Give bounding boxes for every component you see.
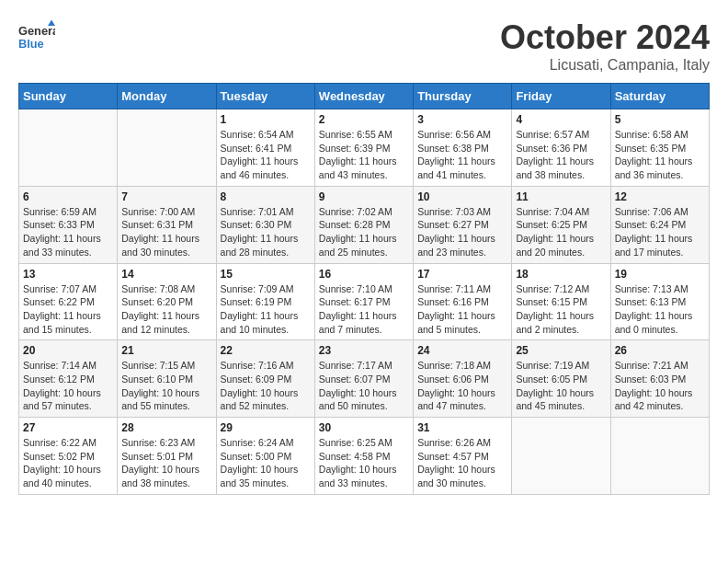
- calendar-body: 1Sunrise: 6:54 AMSunset: 6:41 PMDaylight…: [19, 109, 710, 495]
- day-number: 6: [23, 190, 113, 203]
- calendar-cell: 16Sunrise: 7:10 AMSunset: 6:17 PMDayligh…: [314, 263, 413, 340]
- day-info: Sunrise: 6:24 AMSunset: 5:00 PMDaylight:…: [221, 436, 311, 490]
- calendar-cell: 27Sunrise: 6:22 AMSunset: 5:02 PMDayligh…: [19, 418, 118, 495]
- day-info: Sunrise: 7:16 AMSunset: 6:09 PMDaylight:…: [221, 359, 311, 413]
- calendar-week-row: 27Sunrise: 6:22 AMSunset: 5:02 PMDayligh…: [19, 418, 710, 495]
- calendar-cell: 6Sunrise: 6:59 AMSunset: 6:33 PMDaylight…: [19, 186, 118, 263]
- day-number: 14: [121, 268, 211, 281]
- day-number: 16: [319, 268, 409, 281]
- logo-icon: General Blue: [18, 18, 55, 55]
- location: Licusati, Campania, Italy: [500, 57, 710, 74]
- svg-marker-2: [48, 20, 55, 26]
- day-info: Sunrise: 6:25 AMSunset: 4:58 PMDaylight:…: [319, 436, 409, 490]
- calendar-cell: 24Sunrise: 7:18 AMSunset: 6:06 PMDayligh…: [414, 340, 512, 418]
- calendar-cell: 7Sunrise: 7:00 AMSunset: 6:31 PMDaylight…: [118, 186, 216, 263]
- calendar-cell: [19, 109, 118, 187]
- day-number: 23: [319, 344, 409, 357]
- weekday-header: Wednesday: [314, 84, 413, 109]
- day-number: 9: [319, 190, 409, 203]
- day-number: 19: [615, 268, 705, 281]
- calendar-cell: 3Sunrise: 6:56 AMSunset: 6:38 PMDaylight…: [414, 109, 512, 187]
- day-info: Sunrise: 6:54 AMSunset: 6:41 PMDaylight:…: [221, 128, 311, 182]
- day-info: Sunrise: 7:08 AMSunset: 6:20 PMDaylight:…: [121, 282, 211, 337]
- day-info: Sunrise: 7:07 AMSunset: 6:22 PMDaylight:…: [23, 282, 113, 337]
- calendar-cell: 28Sunrise: 6:23 AMSunset: 5:01 PMDayligh…: [118, 418, 216, 495]
- day-info: Sunrise: 7:04 AMSunset: 6:25 PMDaylight:…: [516, 205, 606, 259]
- day-number: 10: [417, 190, 507, 203]
- month-title: October 2024: [500, 18, 710, 57]
- weekday-header: Sunday: [19, 84, 118, 109]
- day-number: 1: [221, 113, 311, 126]
- day-info: Sunrise: 6:26 AMSunset: 4:57 PMDaylight:…: [417, 436, 507, 490]
- calendar-cell: 29Sunrise: 6:24 AMSunset: 5:00 PMDayligh…: [216, 418, 314, 495]
- title-block: October 2024 Licusati, Campania, Italy: [500, 18, 710, 74]
- day-info: Sunrise: 7:10 AMSunset: 6:17 PMDaylight:…: [319, 282, 409, 337]
- calendar-week-row: 13Sunrise: 7:07 AMSunset: 6:22 PMDayligh…: [19, 263, 710, 340]
- calendar-cell: 19Sunrise: 7:13 AMSunset: 6:13 PMDayligh…: [610, 263, 709, 340]
- calendar-cell: 2Sunrise: 6:55 AMSunset: 6:39 PMDaylight…: [314, 109, 413, 187]
- day-info: Sunrise: 6:55 AMSunset: 6:39 PMDaylight:…: [319, 128, 409, 182]
- day-number: 27: [23, 421, 113, 434]
- day-number: 15: [221, 268, 311, 281]
- day-info: Sunrise: 6:57 AMSunset: 6:36 PMDaylight:…: [516, 128, 606, 182]
- calendar-cell: 14Sunrise: 7:08 AMSunset: 6:20 PMDayligh…: [118, 263, 216, 340]
- day-info: Sunrise: 7:03 AMSunset: 6:27 PMDaylight:…: [417, 205, 507, 259]
- calendar-table: SundayMondayTuesdayWednesdayThursdayFrid…: [18, 83, 710, 495]
- day-number: 5: [615, 113, 705, 126]
- day-number: 18: [516, 268, 606, 281]
- day-info: Sunrise: 6:22 AMSunset: 5:02 PMDaylight:…: [23, 436, 113, 490]
- day-number: 7: [121, 190, 211, 203]
- calendar-cell: 12Sunrise: 7:06 AMSunset: 6:24 PMDayligh…: [610, 186, 709, 263]
- day-number: 13: [23, 268, 113, 281]
- day-number: 29: [221, 421, 311, 434]
- calendar-cell: 18Sunrise: 7:12 AMSunset: 6:15 PMDayligh…: [512, 263, 610, 340]
- calendar-cell: 21Sunrise: 7:15 AMSunset: 6:10 PMDayligh…: [118, 340, 216, 418]
- calendar-cell: 8Sunrise: 7:01 AMSunset: 6:30 PMDaylight…: [216, 186, 314, 263]
- day-number: 17: [417, 268, 507, 281]
- calendar-cell: 30Sunrise: 6:25 AMSunset: 4:58 PMDayligh…: [314, 418, 413, 495]
- day-number: 8: [221, 190, 311, 203]
- calendar-cell: 11Sunrise: 7:04 AMSunset: 6:25 PMDayligh…: [512, 186, 610, 263]
- calendar-cell: 1Sunrise: 6:54 AMSunset: 6:41 PMDaylight…: [216, 109, 314, 187]
- day-number: 21: [121, 344, 211, 357]
- weekday-row: SundayMondayTuesdayWednesdayThursdayFrid…: [19, 84, 710, 109]
- weekday-header: Thursday: [414, 84, 512, 109]
- calendar-cell: 23Sunrise: 7:17 AMSunset: 6:07 PMDayligh…: [314, 340, 413, 418]
- day-info: Sunrise: 7:06 AMSunset: 6:24 PMDaylight:…: [615, 205, 705, 259]
- day-number: 25: [516, 344, 606, 357]
- day-info: Sunrise: 6:59 AMSunset: 6:33 PMDaylight:…: [23, 205, 113, 259]
- day-number: 12: [615, 190, 705, 203]
- logo: General Blue: [18, 18, 59, 55]
- calendar-header: SundayMondayTuesdayWednesdayThursdayFrid…: [19, 84, 710, 109]
- calendar-cell: 10Sunrise: 7:03 AMSunset: 6:27 PMDayligh…: [414, 186, 512, 263]
- day-info: Sunrise: 7:01 AMSunset: 6:30 PMDaylight:…: [221, 205, 311, 259]
- calendar-cell: 31Sunrise: 6:26 AMSunset: 4:57 PMDayligh…: [414, 418, 512, 495]
- calendar-cell: 9Sunrise: 7:02 AMSunset: 6:28 PMDaylight…: [314, 186, 413, 263]
- weekday-header: Friday: [512, 84, 610, 109]
- day-info: Sunrise: 7:17 AMSunset: 6:07 PMDaylight:…: [319, 359, 409, 413]
- weekday-header: Monday: [118, 84, 216, 109]
- calendar-cell: 15Sunrise: 7:09 AMSunset: 6:19 PMDayligh…: [216, 263, 314, 340]
- calendar-cell: 20Sunrise: 7:14 AMSunset: 6:12 PMDayligh…: [19, 340, 118, 418]
- day-number: 22: [221, 344, 311, 357]
- day-info: Sunrise: 7:15 AMSunset: 6:10 PMDaylight:…: [121, 359, 211, 413]
- day-number: 3: [417, 113, 507, 126]
- calendar-week-row: 20Sunrise: 7:14 AMSunset: 6:12 PMDayligh…: [19, 340, 710, 418]
- day-info: Sunrise: 7:09 AMSunset: 6:19 PMDaylight:…: [221, 282, 311, 337]
- weekday-header: Tuesday: [216, 84, 314, 109]
- day-info: Sunrise: 7:21 AMSunset: 6:03 PMDaylight:…: [615, 359, 705, 413]
- calendar-cell: 17Sunrise: 7:11 AMSunset: 6:16 PMDayligh…: [414, 263, 512, 340]
- day-info: Sunrise: 6:56 AMSunset: 6:38 PMDaylight:…: [417, 128, 507, 182]
- calendar-cell: 4Sunrise: 6:57 AMSunset: 6:36 PMDaylight…: [512, 109, 610, 187]
- calendar-cell: 13Sunrise: 7:07 AMSunset: 6:22 PMDayligh…: [19, 263, 118, 340]
- day-number: 26: [615, 344, 705, 357]
- calendar-cell: [118, 109, 216, 187]
- calendar-cell: 22Sunrise: 7:16 AMSunset: 6:09 PMDayligh…: [216, 340, 314, 418]
- day-info: Sunrise: 7:02 AMSunset: 6:28 PMDaylight:…: [319, 205, 409, 259]
- calendar-cell: 5Sunrise: 6:58 AMSunset: 6:35 PMDaylight…: [610, 109, 709, 187]
- day-number: 11: [516, 190, 606, 203]
- calendar-cell: [610, 418, 709, 495]
- day-info: Sunrise: 7:18 AMSunset: 6:06 PMDaylight:…: [417, 359, 507, 413]
- day-info: Sunrise: 7:19 AMSunset: 6:05 PMDaylight:…: [516, 359, 606, 413]
- day-number: 2: [319, 113, 409, 126]
